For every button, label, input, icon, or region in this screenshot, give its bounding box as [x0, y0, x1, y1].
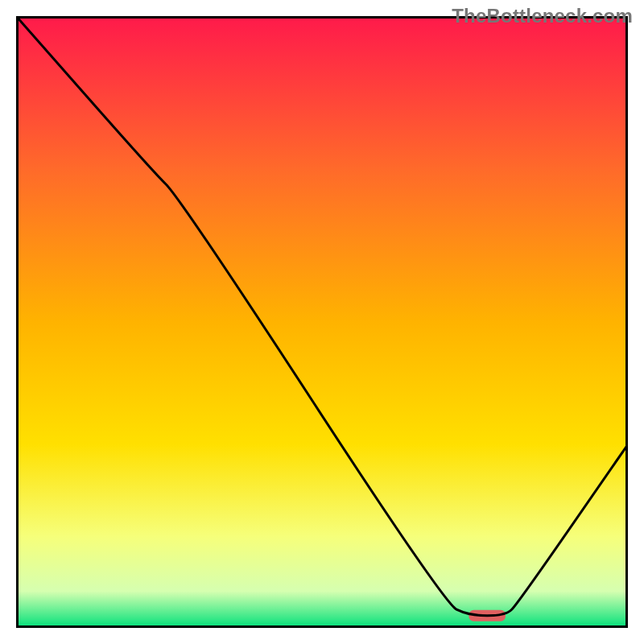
gradient-fill — [16, 16, 628, 628]
chart-area — [16, 16, 628, 628]
watermark-text: TheBottleneck.com — [452, 5, 633, 27]
bottleneck-chart — [16, 16, 628, 628]
